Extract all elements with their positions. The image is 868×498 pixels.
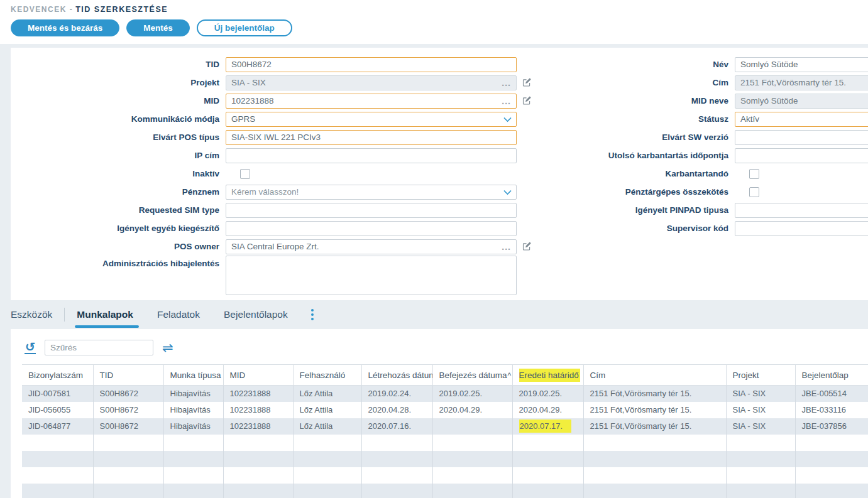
igenyelt-egyeb-kiegeszito-input[interactable]: [226, 221, 517, 236]
page-title: TID SZERKESZTÉSE: [75, 5, 168, 14]
tab-overflow-menu-icon[interactable]: [309, 306, 316, 323]
table-cell: 2151 Fót,Vörösmarty tér 15.: [583, 418, 726, 435]
elvart-sw-verzio-input[interactable]: [735, 130, 868, 145]
column-header-munka-tipusa[interactable]: Munka típusa: [163, 365, 223, 386]
reset-filter-icon[interactable]: ↺: [25, 342, 36, 354]
kommunikacio-modja-input[interactable]: [226, 112, 517, 127]
field-control-tid: [226, 57, 517, 72]
cim-input[interactable]: [735, 75, 868, 90]
table-cell: 2020.07.17.: [512, 418, 583, 435]
table-cell-empty: [583, 467, 726, 484]
column-header-mid[interactable]: MID: [223, 365, 293, 386]
table-row-empty[interactable]: [22, 467, 868, 484]
table-row[interactable]: JID-007581S00H8672Hibajavítás102231888Lő…: [22, 386, 868, 402]
field-control-elvart-pos-tipus: [226, 130, 517, 145]
field-control-penznem: [226, 185, 517, 200]
form-row-supervisor-kod: Supervisor kód: [532, 219, 868, 237]
table-cell-empty: [361, 467, 432, 484]
toggle-filter-icon[interactable]: ⇌: [162, 342, 173, 354]
edit-icon[interactable]: [522, 78, 532, 87]
utolso-karbantartas-idopontja-input[interactable]: [735, 148, 868, 163]
table-cell-empty: [293, 451, 361, 467]
table-cell: Hibajavítás: [163, 418, 223, 435]
table-row-empty[interactable]: [22, 484, 868, 498]
table-row[interactable]: JID-064877S00H8672Hibajavítás102231888Lő…: [22, 418, 868, 435]
supervisor-kod-input[interactable]: [735, 221, 868, 236]
table-row-empty[interactable]: [22, 435, 868, 451]
igenyelt-pinpad-tipusa-input[interactable]: [735, 203, 868, 218]
statusz-input[interactable]: [735, 112, 868, 127]
tab-eszkozok[interactable]: Eszközök: [11, 300, 64, 329]
column-header-cim[interactable]: Cím: [583, 365, 726, 386]
ip-cim-input[interactable]: [226, 148, 517, 163]
table-cell-empty: [93, 467, 163, 484]
mid-neve-input[interactable]: [735, 94, 868, 109]
table-row[interactable]: JID-056055S00H8672Hibajavítás102231888Lő…: [22, 402, 868, 418]
table-cell: S00H8672: [93, 386, 163, 402]
penztargepes-osszekotes-checkbox[interactable]: [749, 187, 759, 197]
column-header-bizonylatszam[interactable]: Bizonylatszám: [22, 365, 93, 386]
adminisztracios-hibajelentes-textarea[interactable]: [226, 256, 517, 295]
table-cell-empty: [361, 435, 432, 451]
table-cell-empty: [223, 435, 293, 451]
lookup-dots-icon[interactable]: ...: [502, 76, 511, 90]
projekt-input[interactable]: [226, 75, 517, 90]
tab-bejelentolapok[interactable]: Bejelentőlapok: [212, 300, 300, 329]
column-header-tid[interactable]: TID: [93, 365, 163, 386]
penznem-input[interactable]: [226, 185, 517, 200]
column-header-felhasznalo[interactable]: Felhasználó: [293, 365, 361, 386]
table-cell: 2019.02.24.: [361, 386, 432, 402]
tid-input[interactable]: [226, 57, 517, 72]
column-header-bejelentolap[interactable]: Bejelentőlap: [795, 365, 868, 386]
column-header-label: Létrehozás dátuma: [368, 371, 433, 380]
new-report-button[interactable]: Új bejelentőlap: [197, 19, 292, 36]
requested-sim-type-input[interactable]: [226, 203, 517, 218]
inaktiv-checkbox[interactable]: [240, 169, 250, 179]
pos-owner-input[interactable]: [226, 239, 517, 254]
action-button-row: Mentés és bezárás Mentés Új bejelentőlap: [11, 19, 868, 36]
table-cell-empty: [163, 467, 223, 484]
form-row-elvart-pos-tipus: Elvárt POS típus: [11, 128, 532, 146]
elvart-pos-tipus-input[interactable]: [226, 130, 517, 145]
table-cell-empty: [795, 451, 868, 467]
save-button[interactable]: Mentés: [126, 19, 190, 36]
chevron-down-icon[interactable]: [503, 117, 512, 122]
form-row-penztargepes-osszekotes: Pénztárgépes összekötés: [532, 183, 868, 201]
form-row-mid-neve: MID neve: [532, 92, 868, 110]
field-label-supervisor-kod: Supervisor kód: [532, 224, 735, 233]
table-cell-empty: [726, 484, 795, 498]
edit-icon[interactable]: [522, 242, 532, 251]
karbantartando-checkbox[interactable]: [749, 169, 759, 179]
form-row-karbantartando: Karbantartandó: [532, 165, 868, 183]
table-cell-empty: [93, 484, 163, 498]
table-cell: S00H8672: [93, 402, 163, 418]
field-label-statusz: Státusz: [532, 114, 735, 124]
field-control-igenyelt-pinpad-tipusa: [735, 203, 868, 218]
table-row-empty[interactable]: [22, 451, 868, 467]
save-and-close-button[interactable]: Mentés és bezárás: [11, 19, 119, 36]
chevron-down-icon[interactable]: [503, 190, 512, 195]
field-label-utolso-karbantartas-idopontja: Utolsó karbantartás időpontja: [532, 151, 735, 160]
lookup-dots-icon[interactable]: ...: [502, 94, 511, 108]
field-label-elvart-pos-tipus: Elvárt POS típus: [11, 133, 226, 142]
column-header-projekt[interactable]: Projekt: [726, 365, 795, 386]
tab-feladatok[interactable]: Feladatok: [145, 300, 212, 329]
form-row-penznem: Pénznem: [11, 183, 532, 201]
column-header-befejezes-datuma[interactable]: Befejezés dátuma^: [432, 365, 512, 386]
breadcrumb-section[interactable]: KEDVENCEK -: [11, 5, 73, 14]
tab-munkalapok[interactable]: Munkalapok: [65, 300, 145, 329]
nev-input[interactable]: [735, 57, 868, 72]
column-header-eredeti-hatarido[interactable]: Eredeti határidő: [512, 365, 583, 386]
edit-icon[interactable]: [522, 96, 532, 106]
field-control-kommunikacio-modja: [226, 112, 517, 127]
table-cell-empty: [223, 451, 293, 467]
form-row-requested-sim-type: Requested SIM type: [11, 201, 532, 219]
table-cell-empty: [432, 435, 512, 451]
filter-input[interactable]: [45, 340, 153, 355]
column-header-label: TID: [100, 371, 114, 380]
mid-input[interactable]: [226, 94, 517, 109]
tid-edit-form: TIDProjekt...MID...Kommunikáció módjaElv…: [11, 48, 868, 300]
column-header-letrehozas-datuma[interactable]: Létrehozás dátuma: [361, 365, 432, 386]
table-cell: 2020.07.16.: [361, 418, 432, 435]
lookup-dots-icon[interactable]: ...: [502, 240, 511, 254]
